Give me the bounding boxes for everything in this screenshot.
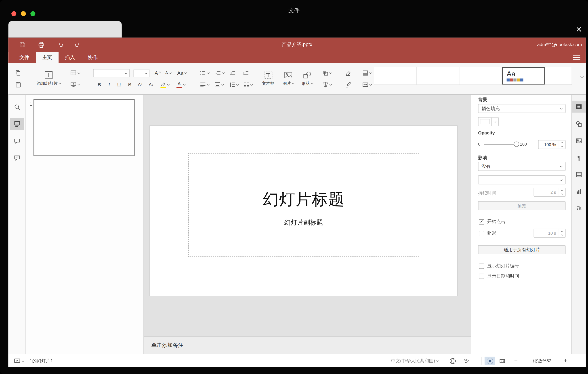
stepper-icon[interactable] bbox=[559, 188, 565, 196]
line-spacing-icon[interactable] bbox=[227, 79, 240, 90]
superscript-icon[interactable]: A² bbox=[135, 79, 145, 90]
slides-panel-icon[interactable] bbox=[10, 118, 24, 130]
font-name-combo[interactable] bbox=[93, 69, 130, 77]
subtitle-placeholder[interactable]: 幻灯片副标题 bbox=[188, 215, 419, 257]
font-size-combo[interactable] bbox=[134, 69, 150, 77]
close-icon[interactable]: × bbox=[572, 22, 586, 36]
copy-style-icon[interactable] bbox=[343, 79, 353, 90]
apply-to-all-slides-button[interactable]: 适用于所有幻灯片 bbox=[478, 245, 566, 254]
print-icon[interactable] bbox=[36, 40, 46, 49]
theme-thumbnail[interactable] bbox=[374, 67, 417, 84]
paragraph-settings-icon[interactable]: ¶ bbox=[572, 152, 586, 164]
duration-input[interactable]: 2 s bbox=[534, 188, 566, 197]
set-language-icon[interactable] bbox=[449, 354, 456, 367]
horizontal-align-icon[interactable] bbox=[198, 79, 210, 90]
table-settings-icon[interactable] bbox=[572, 169, 586, 181]
theme-thumbnail[interactable] bbox=[460, 67, 502, 84]
theme-thumbnail-selected[interactable]: Aa bbox=[502, 67, 545, 84]
slide-layout-icon[interactable] bbox=[68, 67, 81, 78]
show-slide-number-checkbox[interactable]: 显示幻灯片编号 bbox=[479, 263, 519, 269]
preview-button[interactable]: 预览 bbox=[478, 201, 566, 210]
start-slideshow-icon[interactable] bbox=[68, 79, 81, 90]
fill-color-swatch[interactable] bbox=[478, 117, 499, 126]
show-date-time-checkbox[interactable]: 显示日期和时间 bbox=[479, 273, 519, 279]
slide-thumbnail[interactable] bbox=[33, 99, 135, 156]
tab-insert[interactable]: 插入 bbox=[59, 52, 81, 63]
shape-settings-icon[interactable] bbox=[572, 118, 586, 130]
chart-settings-icon[interactable] bbox=[572, 186, 586, 198]
delay-checkbox[interactable]: 延迟 bbox=[479, 230, 496, 237]
bullet-list-icon[interactable] bbox=[198, 67, 210, 78]
bold-icon[interactable]: B bbox=[95, 79, 104, 90]
zoom-in-icon[interactable]: + bbox=[564, 354, 567, 367]
opacity-input[interactable]: 100 % bbox=[538, 140, 566, 149]
zoom-level[interactable]: 缩放%53 bbox=[524, 354, 560, 367]
zoom-out-icon[interactable]: − bbox=[514, 354, 518, 367]
stepper-icon[interactable] bbox=[559, 229, 565, 237]
traffic-maximize-button[interactable] bbox=[30, 11, 35, 16]
opacity-slider[interactable] bbox=[484, 144, 516, 144]
fill-type-select[interactable]: 颜色填充 bbox=[478, 104, 566, 113]
textart-settings-icon[interactable]: Ta bbox=[572, 202, 586, 214]
slide-canvas[interactable]: 幻灯片标题 幻灯片副标题 bbox=[144, 95, 471, 336]
strikethrough-icon[interactable]: S bbox=[125, 79, 134, 90]
delay-input[interactable]: 10 s bbox=[534, 229, 566, 238]
transition-effect-select[interactable]: 没有 bbox=[478, 162, 566, 171]
underline-icon[interactable]: U bbox=[114, 79, 124, 90]
highlight-color-icon[interactable] bbox=[159, 79, 171, 90]
fit-to-width-icon[interactable] bbox=[499, 354, 505, 367]
tab-home[interactable]: 主页 bbox=[36, 52, 59, 63]
theme-thumbnail[interactable] bbox=[417, 67, 460, 84]
columns-icon[interactable] bbox=[242, 79, 253, 90]
slide[interactable]: 幻灯片标题 幻灯片副标题 bbox=[150, 126, 457, 296]
numbered-list-icon[interactable] bbox=[213, 67, 225, 78]
change-case-icon[interactable]: Aa bbox=[175, 67, 189, 78]
menu-icon[interactable] bbox=[573, 55, 580, 60]
insert-shape-button[interactable]: 形状 bbox=[298, 66, 316, 91]
opacity-slider-knob[interactable] bbox=[514, 142, 519, 147]
account-email[interactable]: adm***@dootask.com bbox=[537, 38, 582, 52]
comments-icon[interactable] bbox=[10, 135, 24, 147]
fit-to-slide-icon[interactable] bbox=[484, 357, 495, 365]
italic-icon[interactable]: I bbox=[105, 79, 114, 90]
vertical-align-icon[interactable] bbox=[213, 79, 225, 90]
clear-style-icon[interactable] bbox=[343, 67, 353, 78]
subscript-icon[interactable]: A₂ bbox=[146, 79, 156, 90]
title-placeholder[interactable]: 幻灯片标题 bbox=[188, 153, 419, 214]
gallery-expand-icon[interactable] bbox=[580, 74, 583, 79]
language-selector[interactable]: 中文(中华人民共和国) bbox=[391, 354, 439, 367]
start-on-click-checkbox[interactable]: ✓ 开始点击 bbox=[479, 219, 505, 225]
notes-area[interactable]: 单击添加备注 bbox=[144, 336, 471, 354]
spellcheck-icon[interactable]: ABC bbox=[464, 354, 470, 367]
transition-variant-select[interactable] bbox=[478, 175, 566, 184]
insert-textbox-button[interactable]: 文本框 bbox=[260, 66, 277, 91]
tab-collaboration[interactable]: 协作 bbox=[81, 52, 104, 63]
slide-counter: 1的幻灯片1 bbox=[30, 354, 53, 367]
start-slideshow-status-icon[interactable] bbox=[14, 354, 24, 367]
paste-icon[interactable] bbox=[13, 79, 24, 90]
increase-indent-icon[interactable] bbox=[241, 67, 251, 78]
traffic-close-button[interactable] bbox=[11, 11, 16, 16]
image-settings-icon[interactable] bbox=[572, 135, 586, 147]
undo-icon[interactable] bbox=[56, 40, 65, 49]
copy-icon[interactable] bbox=[13, 67, 24, 78]
decrease-indent-icon[interactable] bbox=[227, 67, 237, 78]
stepper-icon[interactable] bbox=[559, 141, 565, 149]
slide-settings-icon[interactable] bbox=[572, 101, 586, 113]
save-icon[interactable] bbox=[17, 40, 27, 49]
decrease-font-size-icon[interactable]: A bbox=[164, 67, 173, 78]
chat-icon[interactable] bbox=[10, 152, 24, 164]
add-slide-button[interactable]: 添加幻灯片 bbox=[32, 66, 65, 91]
align-shape-icon[interactable] bbox=[320, 79, 333, 90]
search-icon[interactable] bbox=[10, 101, 24, 113]
slide-fill-color-icon[interactable] bbox=[360, 67, 373, 78]
arrange-shape-icon[interactable] bbox=[320, 67, 333, 78]
slide-size-icon[interactable] bbox=[360, 79, 373, 90]
redo-icon[interactable] bbox=[73, 40, 83, 49]
font-color-icon[interactable]: A bbox=[175, 79, 187, 90]
tab-file[interactable]: 文件 bbox=[13, 52, 36, 63]
insert-image-button[interactable]: 图片 bbox=[279, 66, 298, 91]
increase-font-size-icon[interactable]: A bbox=[153, 67, 162, 78]
opacity-min-label: 0 bbox=[478, 142, 480, 146]
traffic-minimize-button[interactable] bbox=[21, 11, 26, 16]
